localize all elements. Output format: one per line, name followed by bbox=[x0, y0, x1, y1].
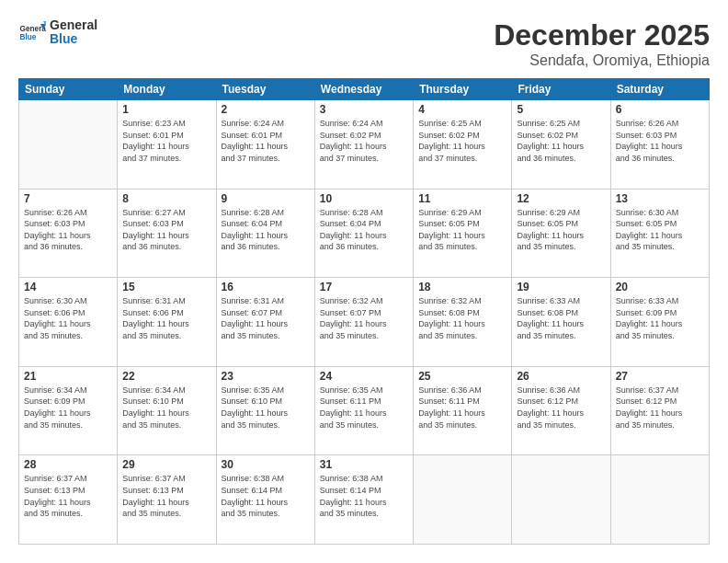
day-number: 17 bbox=[320, 281, 408, 293]
day-number: 28 bbox=[24, 458, 112, 471]
day-info: Sunrise: 6:30 AM Sunset: 6:05 PM Dayligh… bbox=[616, 207, 704, 253]
day-number: 30 bbox=[222, 458, 310, 471]
day-info: Sunrise: 6:31 AM Sunset: 6:07 PM Dayligh… bbox=[222, 295, 310, 341]
table-row: 28Sunrise: 6:37 AM Sunset: 6:13 PM Dayli… bbox=[19, 455, 118, 545]
day-number: 26 bbox=[517, 370, 605, 383]
table-row: 2Sunrise: 6:24 AM Sunset: 6:01 PM Daylig… bbox=[216, 100, 314, 190]
day-info: Sunrise: 6:38 AM Sunset: 6:14 PM Dayligh… bbox=[320, 473, 408, 519]
table-row bbox=[414, 455, 512, 545]
table-row: 18Sunrise: 6:32 AM Sunset: 6:08 PM Dayli… bbox=[414, 278, 512, 367]
day-info: Sunrise: 6:37 AM Sunset: 6:12 PM Dayligh… bbox=[616, 385, 704, 431]
day-number: 2 bbox=[222, 103, 310, 116]
month-year: December 2025 bbox=[494, 18, 710, 52]
header-sunday: Sunday bbox=[19, 79, 118, 100]
table-row: 26Sunrise: 6:36 AM Sunset: 6:12 PM Dayli… bbox=[512, 366, 610, 455]
table-row: 7Sunrise: 6:26 AM Sunset: 6:03 PM Daylig… bbox=[19, 189, 118, 278]
table-row bbox=[610, 455, 709, 545]
day-info: Sunrise: 6:23 AM Sunset: 6:01 PM Dayligh… bbox=[122, 118, 210, 164]
header-thursday: Thursday bbox=[414, 79, 512, 100]
day-info: Sunrise: 6:25 AM Sunset: 6:02 PM Dayligh… bbox=[418, 118, 506, 164]
day-info: Sunrise: 6:32 AM Sunset: 6:08 PM Dayligh… bbox=[418, 295, 506, 341]
day-number: 20 bbox=[616, 281, 704, 293]
calendar-week-row: 7Sunrise: 6:26 AM Sunset: 6:03 PM Daylig… bbox=[19, 189, 710, 278]
header-wednesday: Wednesday bbox=[314, 79, 413, 100]
day-info: Sunrise: 6:36 AM Sunset: 6:12 PM Dayligh… bbox=[517, 385, 605, 431]
table-row: 21Sunrise: 6:34 AM Sunset: 6:09 PM Dayli… bbox=[19, 366, 118, 455]
table-row: 29Sunrise: 6:37 AM Sunset: 6:13 PM Dayli… bbox=[118, 455, 216, 545]
table-row: 12Sunrise: 6:29 AM Sunset: 6:05 PM Dayli… bbox=[512, 189, 610, 278]
day-number: 9 bbox=[222, 192, 310, 205]
table-row: 11Sunrise: 6:29 AM Sunset: 6:05 PM Dayli… bbox=[414, 189, 512, 278]
logo-icon: General Blue bbox=[18, 18, 46, 46]
calendar-header-row: Sunday Monday Tuesday Wednesday Thursday… bbox=[19, 79, 710, 100]
header-tuesday: Tuesday bbox=[216, 79, 314, 100]
day-number: 31 bbox=[320, 458, 408, 471]
table-row: 14Sunrise: 6:30 AM Sunset: 6:06 PM Dayli… bbox=[19, 278, 118, 367]
day-info: Sunrise: 6:25 AM Sunset: 6:02 PM Dayligh… bbox=[517, 118, 605, 164]
table-row: 17Sunrise: 6:32 AM Sunset: 6:07 PM Dayli… bbox=[314, 278, 413, 367]
day-number: 24 bbox=[320, 370, 408, 383]
day-info: Sunrise: 6:28 AM Sunset: 6:04 PM Dayligh… bbox=[222, 207, 310, 253]
table-row: 16Sunrise: 6:31 AM Sunset: 6:07 PM Dayli… bbox=[216, 278, 314, 367]
table-row: 25Sunrise: 6:36 AM Sunset: 6:11 PM Dayli… bbox=[414, 366, 512, 455]
day-info: Sunrise: 6:29 AM Sunset: 6:05 PM Dayligh… bbox=[517, 207, 605, 253]
day-number: 12 bbox=[517, 192, 605, 205]
day-number: 19 bbox=[517, 281, 605, 293]
day-number: 21 bbox=[24, 370, 112, 383]
table-row: 15Sunrise: 6:31 AM Sunset: 6:06 PM Dayli… bbox=[118, 278, 216, 367]
day-number: 22 bbox=[122, 370, 210, 383]
table-row: 9Sunrise: 6:28 AM Sunset: 6:04 PM Daylig… bbox=[216, 189, 314, 278]
table-row: 5Sunrise: 6:25 AM Sunset: 6:02 PM Daylig… bbox=[512, 100, 610, 190]
header-friday: Friday bbox=[512, 79, 610, 100]
table-row: 8Sunrise: 6:27 AM Sunset: 6:03 PM Daylig… bbox=[118, 189, 216, 278]
day-number: 14 bbox=[24, 281, 112, 293]
table-row: 10Sunrise: 6:28 AM Sunset: 6:04 PM Dayli… bbox=[314, 189, 413, 278]
logo-blue-text: Blue bbox=[50, 32, 97, 46]
day-info: Sunrise: 6:28 AM Sunset: 6:04 PM Dayligh… bbox=[320, 207, 408, 253]
day-number: 15 bbox=[122, 281, 210, 293]
header: General Blue General Blue December 2025 … bbox=[18, 18, 710, 69]
table-row: 1Sunrise: 6:23 AM Sunset: 6:01 PM Daylig… bbox=[118, 100, 216, 190]
day-info: Sunrise: 6:26 AM Sunset: 6:03 PM Dayligh… bbox=[24, 207, 112, 253]
calendar-week-row: 1Sunrise: 6:23 AM Sunset: 6:01 PM Daylig… bbox=[19, 100, 710, 190]
day-info: Sunrise: 6:34 AM Sunset: 6:09 PM Dayligh… bbox=[24, 385, 112, 431]
table-row: 3Sunrise: 6:24 AM Sunset: 6:02 PM Daylig… bbox=[314, 100, 413, 190]
location: Sendafa, Oromiya, Ethiopia bbox=[494, 52, 710, 69]
day-info: Sunrise: 6:30 AM Sunset: 6:06 PM Dayligh… bbox=[24, 295, 112, 341]
day-number: 5 bbox=[517, 103, 605, 116]
day-info: Sunrise: 6:29 AM Sunset: 6:05 PM Dayligh… bbox=[418, 207, 506, 253]
table-row: 6Sunrise: 6:26 AM Sunset: 6:03 PM Daylig… bbox=[610, 100, 709, 190]
day-number: 7 bbox=[24, 192, 112, 205]
table-row: 24Sunrise: 6:35 AM Sunset: 6:11 PM Dayli… bbox=[314, 366, 413, 455]
day-info: Sunrise: 6:26 AM Sunset: 6:03 PM Dayligh… bbox=[616, 118, 704, 164]
table-row bbox=[512, 455, 610, 545]
logo: General Blue General Blue bbox=[18, 18, 97, 47]
day-info: Sunrise: 6:36 AM Sunset: 6:11 PM Dayligh… bbox=[418, 385, 506, 431]
day-info: Sunrise: 6:34 AM Sunset: 6:10 PM Dayligh… bbox=[122, 385, 210, 431]
table-row bbox=[19, 100, 118, 190]
day-number: 1 bbox=[122, 103, 210, 116]
page: General Blue General Blue December 2025 … bbox=[0, 0, 728, 563]
day-info: Sunrise: 6:32 AM Sunset: 6:07 PM Dayligh… bbox=[320, 295, 408, 341]
day-number: 10 bbox=[320, 192, 408, 205]
calendar-table: Sunday Monday Tuesday Wednesday Thursday… bbox=[18, 78, 710, 545]
day-number: 25 bbox=[418, 370, 506, 383]
calendar-week-row: 21Sunrise: 6:34 AM Sunset: 6:09 PM Dayli… bbox=[19, 366, 710, 455]
day-info: Sunrise: 6:38 AM Sunset: 6:14 PM Dayligh… bbox=[222, 473, 310, 519]
day-number: 23 bbox=[222, 370, 310, 383]
day-info: Sunrise: 6:35 AM Sunset: 6:10 PM Dayligh… bbox=[222, 385, 310, 431]
day-number: 3 bbox=[320, 103, 408, 116]
svg-text:Blue: Blue bbox=[20, 33, 37, 41]
table-row: 31Sunrise: 6:38 AM Sunset: 6:14 PM Dayli… bbox=[314, 455, 413, 545]
table-row: 27Sunrise: 6:37 AM Sunset: 6:12 PM Dayli… bbox=[610, 366, 709, 455]
table-row: 20Sunrise: 6:33 AM Sunset: 6:09 PM Dayli… bbox=[610, 278, 709, 367]
logo-general-text: General bbox=[50, 18, 97, 32]
header-saturday: Saturday bbox=[610, 79, 709, 100]
table-row: 19Sunrise: 6:33 AM Sunset: 6:08 PM Dayli… bbox=[512, 278, 610, 367]
day-info: Sunrise: 6:35 AM Sunset: 6:11 PM Dayligh… bbox=[320, 385, 408, 431]
table-row: 4Sunrise: 6:25 AM Sunset: 6:02 PM Daylig… bbox=[414, 100, 512, 190]
day-info: Sunrise: 6:33 AM Sunset: 6:08 PM Dayligh… bbox=[517, 295, 605, 341]
day-number: 18 bbox=[418, 281, 506, 293]
table-row: 22Sunrise: 6:34 AM Sunset: 6:10 PM Dayli… bbox=[118, 366, 216, 455]
day-number: 16 bbox=[222, 281, 310, 293]
